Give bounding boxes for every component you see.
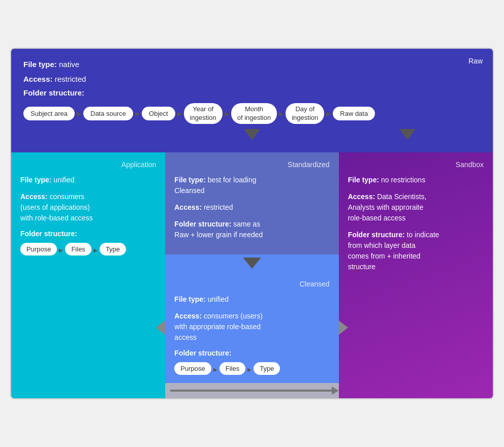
sandbox-access: Access: Data Scientists,Analysts with ap… bbox=[348, 191, 484, 224]
cleansed-access-label: Access: bbox=[174, 312, 202, 320]
raw-breadcrumb-row: Subject area Data source Object Year ofi… bbox=[23, 103, 481, 124]
app-access: Access: consumers(users of applications)… bbox=[20, 191, 156, 224]
app-file-type-label: File type: bbox=[20, 176, 51, 184]
std-access-label: Access: bbox=[174, 203, 202, 211]
std-folder-label: Folder structure: bbox=[174, 220, 231, 228]
std-to-cleansed-arrow bbox=[165, 254, 338, 272]
cleansed-breadcrumb: Purpose Files Type bbox=[174, 362, 329, 375]
sandbox-label: Sandbox bbox=[348, 161, 484, 169]
cleansed-file-type: File type: unified bbox=[174, 294, 329, 305]
app-bc-type: Type bbox=[100, 243, 126, 256]
raw-access: Access: restricted bbox=[23, 74, 481, 84]
cleansed-bc-type: Type bbox=[254, 362, 280, 375]
app-file-type-value: unified bbox=[51, 176, 74, 184]
arrow-down-std bbox=[244, 129, 260, 140]
arrow-6 bbox=[326, 110, 331, 117]
arrow-3 bbox=[177, 110, 182, 117]
app-folder-label: Folder structure: bbox=[20, 230, 156, 238]
raw-folder-label: Folder structure: bbox=[23, 88, 481, 97]
application-col: Application File type: unified Access: c… bbox=[11, 152, 165, 398]
down-arrow-std-cleansed bbox=[243, 258, 261, 269]
app-file-type: File type: unified bbox=[20, 175, 156, 185]
std-file-type-label: File type: bbox=[174, 176, 205, 184]
app-arrow-2 bbox=[93, 245, 98, 254]
bottom-arrow-section bbox=[165, 383, 338, 398]
app-arrow-1 bbox=[59, 245, 63, 254]
sandbox-access-label: Access: bbox=[348, 193, 375, 201]
cleansed-bc-files: Files bbox=[219, 362, 245, 375]
raw-section: Raw File type: native Access: restricted… bbox=[11, 49, 493, 153]
cleansed-box: Cleansed File type: unified Access: cons… bbox=[165, 272, 338, 383]
horiz-arrow-head bbox=[332, 387, 339, 395]
middle-col: Standardized File type: best for loading… bbox=[165, 152, 338, 398]
cleansed-bc-purpose: Purpose bbox=[174, 362, 211, 375]
std-access: Access: restricted bbox=[174, 202, 329, 213]
standardized-box: Standardized File type: best for loading… bbox=[165, 152, 338, 254]
standardized-label: Standardized bbox=[174, 161, 329, 169]
breadcrumb-day: Day ofingestion bbox=[286, 103, 324, 124]
breadcrumb-subject-area: Subject area bbox=[23, 107, 75, 120]
cleansed-access: Access: consumers (users)with appropriat… bbox=[174, 311, 329, 343]
sandbox-col: Sandbox File type: no restrictions Acces… bbox=[339, 152, 493, 398]
raw-access-value: restricted bbox=[53, 75, 86, 83]
app-access-label: Access: bbox=[20, 193, 48, 201]
sandbox-file-type-label: File type: bbox=[348, 176, 379, 184]
sandbox-file-type-value: no restrictions bbox=[379, 176, 425, 184]
raw-label: Raw bbox=[468, 57, 483, 65]
arrow-5 bbox=[279, 110, 284, 117]
arrow-2 bbox=[135, 110, 140, 117]
breadcrumb-data-source: Data source bbox=[83, 107, 133, 120]
sandbox-folder-label: Folder structure: bbox=[348, 231, 405, 239]
cleansed-file-type-label: File type: bbox=[174, 295, 205, 303]
breadcrumb-raw-data: Raw data bbox=[333, 107, 375, 120]
breadcrumb-year: Year ofingestion bbox=[184, 103, 223, 124]
arrow-4 bbox=[225, 110, 229, 117]
application-label: Application bbox=[20, 161, 156, 169]
cleansed-arrow-1 bbox=[213, 364, 217, 373]
std-file-type: File type: best for loadingCleansed bbox=[174, 175, 329, 196]
app-bc-purpose: Purpose bbox=[20, 243, 57, 256]
arrow-down-sandbox bbox=[399, 129, 416, 140]
breadcrumb-object: Object bbox=[142, 107, 175, 120]
horiz-arrow-line bbox=[170, 390, 333, 392]
app-bc-files: Files bbox=[65, 243, 91, 256]
std-access-value: restricted bbox=[202, 203, 233, 211]
sandbox-file-type: File type: no restrictions bbox=[348, 175, 484, 185]
raw-file-type-value: native bbox=[57, 60, 79, 69]
raw-access-label: Access: bbox=[23, 75, 53, 83]
arrow-1 bbox=[77, 110, 81, 117]
raw-file-type-label: File type: bbox=[23, 60, 57, 69]
cleansed-folder-label: Folder structure: bbox=[174, 349, 329, 357]
bottom-grid: Application File type: unified Access: c… bbox=[11, 152, 493, 398]
sandbox-folder: Folder structure: to indicatefrom which … bbox=[348, 230, 484, 272]
cleansed-file-type-value: unified bbox=[206, 295, 229, 303]
cleansed-label: Cleansed bbox=[174, 280, 329, 288]
raw-file-type: File type: native bbox=[23, 59, 481, 70]
app-breadcrumb: Purpose Files Type bbox=[20, 243, 156, 256]
breadcrumb-month: Monthof ingestion bbox=[231, 103, 277, 124]
cleansed-right-arrow bbox=[339, 321, 348, 335]
cleansed-left-arrow bbox=[156, 321, 165, 335]
main-container: Raw File type: native Access: restricted… bbox=[10, 48, 494, 400]
std-folder: Folder structure: same asRaw + lower gra… bbox=[174, 219, 329, 240]
cleansed-arrow-2 bbox=[247, 364, 251, 373]
